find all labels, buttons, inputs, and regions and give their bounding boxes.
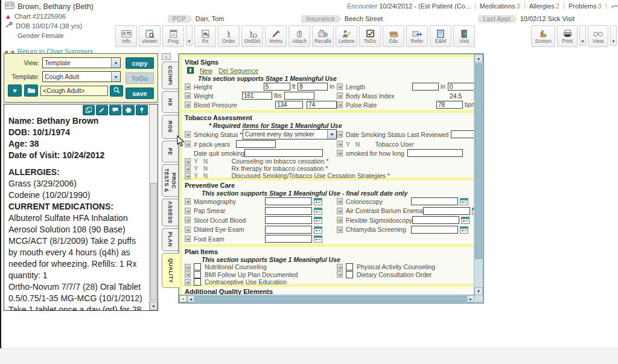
field-history-icon[interactable] bbox=[185, 208, 191, 214]
folder-button[interactable] bbox=[24, 85, 38, 97]
counseling-yn-toggle[interactable]: Y N bbox=[194, 158, 208, 165]
immu-button[interactable]: Immu bbox=[265, 25, 287, 47]
field-history-icon[interactable] bbox=[185, 198, 191, 205]
view-button[interactable]: View bbox=[588, 25, 608, 47]
tab-scroll-up[interactable]: « bbox=[162, 53, 171, 60]
scroll-down-arrow[interactable]: ▼ bbox=[474, 287, 483, 295]
calendar-icon[interactable] bbox=[460, 226, 468, 234]
tab-cc-hpi[interactable]: CC/HPI bbox=[162, 62, 178, 89]
field-history-icon[interactable] bbox=[337, 208, 343, 214]
refer-button[interactable]: Refer bbox=[406, 25, 428, 47]
stool-occult-date-input[interactable] bbox=[265, 216, 312, 224]
save-button[interactable]: save bbox=[126, 88, 154, 99]
pap-smear-date-input[interactable] bbox=[265, 207, 312, 215]
field-history-icon[interactable] bbox=[185, 235, 191, 242]
bmi-followup-checkbox[interactable] bbox=[194, 271, 201, 278]
calendar-icon[interactable] bbox=[460, 197, 468, 205]
field-history-icon[interactable] bbox=[185, 141, 191, 147]
field-history-icon[interactable] bbox=[185, 217, 191, 223]
field-history-icon[interactable] bbox=[337, 198, 343, 205]
encounter-link[interactable]: Encounter bbox=[347, 2, 377, 10]
calendar-icon[interactable] bbox=[314, 226, 322, 234]
alert-icon[interactable]: ▲ bbox=[5, 13, 11, 19]
eye-exam-date-input[interactable] bbox=[265, 226, 312, 234]
patient-name[interactable]: Brown, Bethany (Beth) bbox=[18, 2, 94, 11]
template-search-input[interactable] bbox=[40, 86, 108, 96]
field-history-icon[interactable] bbox=[185, 271, 191, 278]
favorite-button[interactable]: ♥ bbox=[8, 85, 22, 97]
calendar-icon[interactable] bbox=[314, 207, 322, 215]
chlamydia-date-input[interactable] bbox=[411, 226, 458, 234]
field-history-icon[interactable] bbox=[185, 279, 191, 286]
field-history-icon[interactable] bbox=[337, 226, 343, 233]
field-history-icon[interactable] bbox=[185, 173, 191, 179]
field-history-icon[interactable] bbox=[337, 264, 343, 270]
form-horizontal-scrollbar[interactable]: » ◄ ► bbox=[179, 295, 474, 302]
smoked-how-long-input[interactable] bbox=[407, 149, 463, 157]
pulse-input[interactable] bbox=[436, 101, 463, 109]
rx-button[interactable]: RRx bbox=[194, 25, 216, 47]
order-button[interactable]: Order bbox=[218, 25, 240, 47]
field-history-icon[interactable] bbox=[185, 264, 191, 270]
attach-button[interactable]: Attach bbox=[288, 25, 310, 47]
info-button[interactable]: Info bbox=[115, 25, 137, 47]
visit-button[interactable]: Visit bbox=[453, 25, 475, 47]
ordset-button[interactable]: OrdSet bbox=[241, 25, 263, 47]
barium-enema-date-input[interactable] bbox=[423, 207, 470, 215]
field-history-icon[interactable] bbox=[337, 92, 343, 99]
tab-plan[interactable]: PLAN bbox=[162, 228, 178, 251]
document-scrollbar[interactable]: ▼ bbox=[149, 104, 158, 310]
viewer-button[interactable]: Viewer bbox=[139, 25, 161, 47]
view-select[interactable]: Template▼ bbox=[42, 57, 121, 68]
physical-activity-checkbox[interactable] bbox=[346, 263, 353, 270]
mammography-date-input[interactable] bbox=[265, 197, 312, 205]
allergies-badge[interactable]: Allergies2 bbox=[529, 2, 559, 10]
field-history-icon[interactable] bbox=[337, 150, 343, 156]
field-history-icon[interactable] bbox=[337, 217, 343, 223]
bp-systolic-input[interactable] bbox=[275, 101, 303, 109]
nutritional-counseling-checkbox[interactable] bbox=[194, 263, 201, 270]
problems-badge[interactable]: Problems3 bbox=[569, 2, 602, 10]
tab-tests-proc[interactable]: TESTS & PROC bbox=[162, 164, 178, 197]
scroll-down-arrow[interactable]: ▼ bbox=[150, 302, 158, 310]
todo-button[interactable]: ToDo bbox=[359, 25, 381, 47]
calendar-icon[interactable] bbox=[314, 216, 322, 224]
field-history-icon[interactable] bbox=[337, 83, 343, 90]
template-select[interactable]: Cough Adult▼ bbox=[42, 71, 121, 82]
form-vertical-scrollbar[interactable]: ▲ ▼ bbox=[474, 54, 483, 295]
edu-button[interactable]: Edu bbox=[383, 25, 404, 47]
field-history-icon[interactable] bbox=[185, 83, 191, 90]
weight-oz-input[interactable] bbox=[284, 92, 314, 100]
recalls-button[interactable]: Recalls bbox=[312, 25, 334, 47]
height-in-input[interactable] bbox=[298, 83, 328, 91]
scroll-up-arrow[interactable]: ▲ bbox=[474, 54, 483, 62]
smoking-status-select[interactable]: Current every day smoker▼ bbox=[243, 129, 337, 139]
dietary-consult-checkbox[interactable] bbox=[346, 271, 353, 278]
del-sequence-link[interactable]: Del Sequence bbox=[218, 67, 258, 74]
length-in-input[interactable] bbox=[412, 83, 439, 91]
field-history-icon[interactable] bbox=[185, 101, 191, 108]
field-history-icon[interactable] bbox=[185, 131, 191, 138]
tobacco-user-yn-toggle[interactable]: Y N bbox=[346, 141, 360, 148]
scroll-left-arrow[interactable]: ◄ bbox=[187, 295, 194, 302]
scrollbar-thumb[interactable] bbox=[475, 63, 482, 259]
calendar-icon[interactable] bbox=[314, 235, 322, 243]
field-history-icon[interactable] bbox=[185, 226, 191, 233]
print-dropdown-arrow[interactable]: ▼ bbox=[579, 25, 586, 46]
search-button[interactable] bbox=[110, 85, 123, 97]
screen-button[interactable]: Screen bbox=[531, 25, 555, 47]
tab-assess[interactable]: ASSESS bbox=[162, 199, 178, 226]
date-reviewed-input[interactable] bbox=[451, 130, 474, 138]
tab-quality[interactable]: QUALITY bbox=[162, 253, 179, 288]
field-history-icon[interactable] bbox=[337, 131, 343, 138]
field-history-icon[interactable] bbox=[337, 141, 343, 147]
weight-input[interactable] bbox=[242, 92, 272, 100]
field-history-icon[interactable] bbox=[185, 165, 191, 172]
length-cm-input[interactable] bbox=[448, 83, 474, 91]
tab-pe[interactable]: PE bbox=[162, 141, 178, 162]
field-history-icon[interactable] bbox=[185, 158, 191, 165]
field-history-icon[interactable] bbox=[185, 92, 191, 99]
prog-dropdown-arrow[interactable]: ▼ bbox=[186, 25, 193, 46]
calendar-icon[interactable] bbox=[461, 216, 470, 224]
colonoscopy-date-input[interactable] bbox=[411, 197, 458, 205]
